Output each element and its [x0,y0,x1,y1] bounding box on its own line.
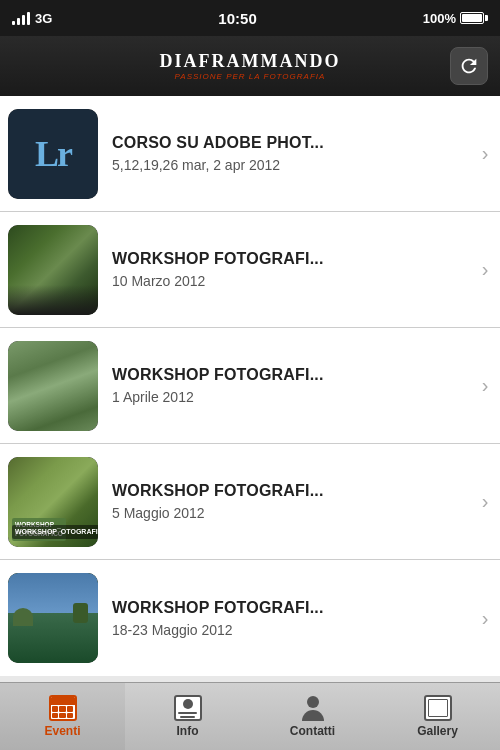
chevron-right-icon: › [470,258,500,281]
app-logo: DIAFRAMMANDO PASSIONE PER LA FOTOGRAFIA [160,51,341,81]
tab-bar: Eventi Info Contatti Gallery [0,682,500,750]
list-item[interactable]: WORKSHOP FOTOGRAFI... 10 Marzo 2012 › [0,212,500,328]
list-item[interactable]: Lr CORSO SU ADOBE PHOT... 5,12,19,26 mar… [0,96,500,212]
item-content: WORKSHOP FOTOGRAFI... 1 Aprile 2012 [112,366,470,405]
item-title: WORKSHOP FOTOGRAFI... [112,599,462,617]
list-container: Lr CORSO SU ADOBE PHOT... 5,12,19,26 mar… [0,96,500,682]
item-title: WORKSHOP FOTOGRAFI... [112,250,462,268]
tab-info[interactable]: Info [125,683,250,750]
item-date: 18-23 Maggio 2012 [112,622,462,638]
item-content: WORKSHOP FOTOGRAFI... 5 Maggio 2012 [112,482,470,521]
item-content: WORKSHOP FOTOGRAFI... 18-23 Maggio 2012 [112,599,470,638]
tab-eventi-label: Eventi [44,724,80,738]
lr-logo: Lr [35,133,71,175]
signal-bars-icon [12,11,30,25]
tab-eventi[interactable]: Eventi [0,683,125,750]
item-thumbnail: Lr [8,109,98,199]
tab-contatti-label: Contatti [290,724,335,738]
battery-icon [460,12,488,24]
info-icon [174,695,202,721]
list-item[interactable]: WORKSHOP FOTOGRAFI... 18-23 Maggio 2012 … [0,560,500,676]
item-content: CORSO SU ADOBE PHOT... 5,12,19,26 mar, 2… [112,134,470,173]
chevron-right-icon: › [470,490,500,513]
chevron-right-icon: › [470,142,500,165]
item-thumbnail [8,573,98,663]
item-date: 1 Aprile 2012 [112,389,462,405]
person-icon [302,696,324,721]
item-date: 5 Maggio 2012 [112,505,462,521]
item-title: WORKSHOP FOTOGRAFI... [112,366,462,384]
list-item[interactable]: WORKSHOP FOTOGRAFI... 1 Aprile 2012 › [0,328,500,444]
battery-percent: 100% [423,11,456,26]
item-content: WORKSHOP FOTOGRAFI... 10 Marzo 2012 [112,250,470,289]
item-date: 10 Marzo 2012 [112,273,462,289]
list-item[interactable]: WORKSHOPFOTOGRAFICO WORKSHOP FOTOGRAFI..… [0,444,500,560]
status-left: 3G [12,11,52,26]
calendar-icon [49,695,77,721]
item-thumbnail: WORKSHOPFOTOGRAFICO [8,457,98,547]
header: DIAFRAMMANDO PASSIONE PER LA FOTOGRAFIA [0,36,500,96]
time-label: 10:50 [218,10,256,27]
status-right: 100% [423,11,488,26]
tab-gallery-label: Gallery [417,724,458,738]
item-title: CORSO SU ADOBE PHOT... [112,134,462,152]
item-date: 5,12,19,26 mar, 2 apr 2012 [112,157,462,173]
tab-contatti[interactable]: Contatti [250,683,375,750]
item-title: WORKSHOP FOTOGRAFI... [112,482,462,500]
tab-info-label: Info [177,724,199,738]
tab-gallery[interactable]: Gallery [375,683,500,750]
chevron-right-icon: › [470,607,500,630]
status-bar: 3G 10:50 100% [0,0,500,36]
network-label: 3G [35,11,52,26]
item-thumbnail [8,341,98,431]
refresh-button[interactable] [450,47,488,85]
refresh-icon [458,55,480,77]
chevron-right-icon: › [470,374,500,397]
gallery-icon [424,695,452,721]
item-thumbnail [8,225,98,315]
app-subtitle: PASSIONE PER LA FOTOGRAFIA [160,72,341,81]
app-title: DIAFRAMMANDO [160,51,341,72]
